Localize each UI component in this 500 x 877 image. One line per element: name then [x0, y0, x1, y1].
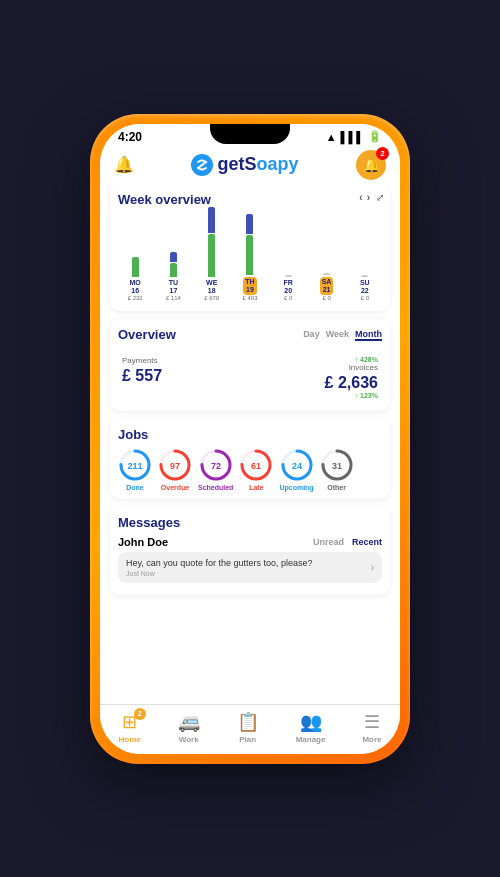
job-label: Upcoming [279, 484, 313, 491]
bar-col-SU22[interactable]: SU22£ 0 [348, 207, 382, 300]
nav-label-manage: Manage [296, 735, 326, 744]
bottom-nav: ⊞2Home🚐Work📋Plan👥Manage☰More [100, 704, 400, 754]
nav-icon-manage: 👥 [300, 711, 322, 733]
nav-item-work[interactable]: 🚐Work [178, 711, 200, 744]
tab-week[interactable]: Week [326, 329, 349, 341]
jobs-card: Jobs 211Done97Overdue72Scheduled61Late24… [110, 419, 390, 499]
bar-chart: MO16£ 232TU17£ 114WE18£ 670TH19£ 403FR20… [118, 213, 382, 303]
svg-text:72: 72 [211, 461, 221, 471]
menu-icon[interactable]: 🔔 [114, 155, 134, 174]
payments-metric: Payments £ 557 [118, 352, 248, 403]
job-circle-late[interactable]: 61Late [239, 448, 273, 491]
day-amount: £ 403 [242, 295, 257, 301]
day-label: MO16 [130, 279, 141, 294]
tab-recent[interactable]: Recent [352, 537, 382, 547]
week-overview-card: Week overview ‹ › ⤢ MO16£ 232TU17£ 114WE… [110, 186, 390, 311]
nav-label-more: More [362, 735, 381, 744]
nav-item-home[interactable]: ⊞2Home [118, 711, 140, 744]
bar-col-TU17[interactable]: TU17£ 114 [156, 207, 190, 300]
job-circle-overdue[interactable]: 97Overdue [158, 448, 192, 491]
job-ring-svg: 72 [199, 448, 233, 482]
notification-bell[interactable]: 🔔 2 [356, 150, 386, 180]
nav-icon-plan: 📋 [237, 711, 259, 733]
nav-label-work: Work [179, 735, 199, 744]
overview-grid: Payments £ 557 ↑ 428% Invoices £ 2,636 ↑… [118, 352, 382, 403]
job-label: Done [126, 484, 144, 491]
messages-card: Messages John Doe Unread Recent Hey, can… [110, 507, 390, 595]
job-ring-svg: 97 [158, 448, 192, 482]
job-ring-svg: 31 [320, 448, 354, 482]
day-label: SA21 [320, 277, 334, 294]
day-label: SU22 [360, 279, 370, 294]
svg-text:24: 24 [292, 461, 302, 471]
overview-tabs: Day Week Month [303, 329, 382, 341]
nav-label-plan: Plan [239, 735, 256, 744]
job-circle-done[interactable]: 211Done [118, 448, 152, 491]
invoices-label: Invoices [256, 363, 378, 372]
message-time: Just Now [126, 570, 374, 577]
main-content: Week overview ‹ › ⤢ MO16£ 232TU17£ 114WE… [100, 186, 400, 704]
job-label: Scheduled [198, 484, 233, 491]
job-ring-svg: 24 [280, 448, 314, 482]
jobs-row: 211Done97Overdue72Scheduled61Late24Upcom… [118, 448, 382, 491]
next-week-button[interactable]: › [367, 192, 370, 203]
nav-item-more[interactable]: ☰More [362, 711, 381, 744]
day-label: TU17 [169, 279, 178, 294]
prev-week-button[interactable]: ‹ [359, 192, 362, 203]
messages-title: Messages [118, 515, 382, 530]
job-label: Other [327, 484, 346, 491]
message-arrow: › [371, 562, 374, 573]
job-label: Overdue [161, 484, 189, 491]
nav-icon-work: 🚐 [178, 711, 200, 733]
wifi-icon: ▲ [326, 131, 337, 143]
day-label: FR20 [284, 279, 293, 294]
app-header: 🔔 getSoapy 🔔 2 [100, 146, 400, 186]
job-circle-scheduled[interactable]: 72Scheduled [198, 448, 233, 491]
day-amount: £ 232 [128, 295, 143, 301]
job-label: Late [249, 484, 263, 491]
svg-text:97: 97 [170, 461, 180, 471]
tab-month[interactable]: Month [355, 329, 382, 341]
bar-col-TH19[interactable]: TH19£ 403 [233, 205, 267, 300]
overview-card: Overview Day Week Month Payments £ 557 ↑… [110, 319, 390, 411]
expand-button[interactable]: ⤢ [376, 192, 384, 203]
bar-col-FR20[interactable]: FR20£ 0 [271, 207, 305, 300]
app-logo: getSoapy [191, 154, 298, 176]
day-amount: £ 114 [166, 295, 181, 301]
messages-header: John Doe Unread Recent [118, 536, 382, 548]
message-tabs: Unread Recent [313, 537, 382, 547]
nav-item-plan[interactable]: 📋Plan [237, 711, 259, 744]
logo-text: getSoapy [217, 154, 298, 175]
invoices-metric: ↑ 428% Invoices £ 2,636 ↑ 123% [252, 352, 382, 403]
status-icons: ▲ ▌▌▌ 🔋 [326, 130, 382, 143]
status-time: 4:20 [118, 130, 142, 144]
bell-badge: 2 [376, 147, 389, 160]
signal-icon: ▌▌▌ [341, 131, 364, 143]
overview-title: Overview [118, 327, 176, 342]
nav-label-home: Home [118, 735, 140, 744]
job-ring-svg: 211 [118, 448, 152, 482]
message-bubble[interactable]: Hey, can you quote for the gutters too, … [118, 552, 382, 583]
logo-icon [191, 154, 213, 176]
job-ring-svg: 61 [239, 448, 273, 482]
payments-change: ↑ 428% [256, 356, 378, 363]
bar-col-SA21[interactable]: SA21£ 0 [309, 205, 343, 300]
day-label: TH19 [243, 277, 256, 294]
job-circle-upcoming[interactable]: 24Upcoming [279, 448, 313, 491]
week-nav: ‹ › ⤢ [359, 192, 384, 203]
jobs-title: Jobs [118, 427, 382, 442]
day-amount: £ 0 [361, 295, 369, 301]
bar-col-WE18[interactable]: WE18£ 670 [195, 207, 229, 300]
phone-notch [210, 124, 290, 144]
tab-day[interactable]: Day [303, 329, 320, 341]
svg-text:61: 61 [251, 461, 261, 471]
tab-unread[interactable]: Unread [313, 537, 344, 547]
bar-col-MO16[interactable]: MO16£ 232 [118, 207, 152, 300]
nav-item-manage[interactable]: 👥Manage [296, 711, 326, 744]
payments-label: Payments [122, 356, 244, 365]
nav-badge-home: 2 [134, 708, 146, 720]
phone-screen: 4:20 ▲ ▌▌▌ 🔋 🔔 getSoapy 🔔 2 [100, 124, 400, 754]
payments-value: £ 557 [122, 367, 244, 385]
nav-icon-more: ☰ [364, 711, 380, 733]
job-circle-other[interactable]: 31Other [320, 448, 354, 491]
